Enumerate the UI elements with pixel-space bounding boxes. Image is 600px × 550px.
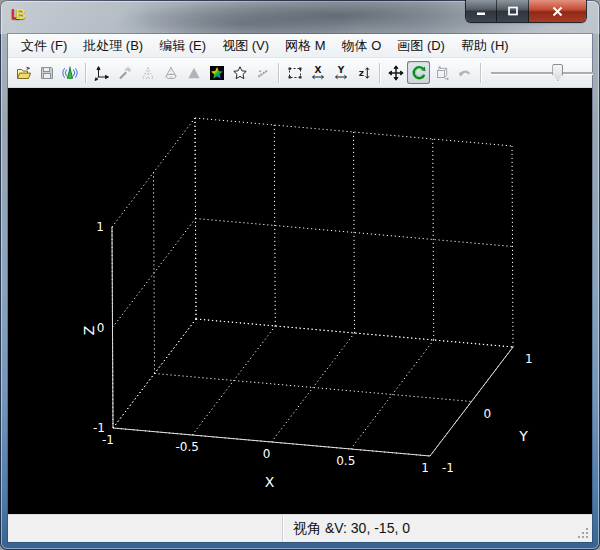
color-star-button[interactable] [205, 61, 228, 84]
close-button[interactable] [529, 0, 586, 22]
scatter-points-button [251, 61, 274, 84]
plot-canvas[interactable]: -1-0.500.51-101-101XYZ [8, 88, 592, 514]
app-icon-letter-b: B [16, 6, 22, 22]
y-tick-label: -1 [442, 461, 454, 475]
axes-3d-button[interactable] [90, 61, 113, 84]
app-window: LB 文件 (F)批处理 (B)编辑 (E)视图 (V)网格 M物体 O画图 (… [0, 0, 600, 550]
toolbar: XYz [8, 58, 592, 88]
maximize-button[interactable] [497, 0, 529, 22]
client-area: 文件 (F)批处理 (B)编辑 (E)视图 (V)网格 M物体 O画图 (D)帮… [8, 34, 592, 542]
svg-text:z: z [358, 68, 363, 78]
grid-line [354, 132, 355, 333]
toolbar-separator [379, 63, 380, 83]
minimize-icon [475, 6, 487, 16]
maximize-icon [507, 6, 519, 16]
menu-item-help[interactable]: 帮助 (H) [453, 34, 517, 58]
grid-line [192, 326, 275, 435]
open-file-icon [16, 65, 32, 81]
grid-line [113, 219, 196, 328]
select-rect-button[interactable] [283, 61, 306, 84]
x-axis-label: X [265, 474, 275, 490]
open-file-button[interactable] [12, 61, 35, 84]
zoom-slider-thumb[interactable] [552, 64, 563, 81]
pan-button[interactable] [384, 61, 407, 84]
zoom-slider-track[interactable] [491, 72, 593, 74]
star-outline-button[interactable] [228, 61, 251, 84]
status-pane-left [8, 515, 283, 542]
rotate-button[interactable] [407, 61, 430, 84]
app-icon: LB [11, 7, 22, 21]
svg-text:X: X [314, 65, 321, 75]
x-tick-label: 0.5 [336, 454, 355, 468]
axis-line [430, 347, 513, 456]
move-x-button[interactable]: X [306, 61, 329, 84]
save-icon [39, 65, 55, 81]
box-transform-button [430, 61, 453, 84]
x-tick-label: 0 [263, 447, 271, 461]
solid-cone-icon [186, 65, 202, 81]
antenna-button[interactable] [58, 61, 81, 84]
toolbar-separator [278, 63, 279, 83]
menu-item-grid[interactable]: 网格 M [277, 34, 333, 58]
x-tick-label: -1 [102, 433, 114, 447]
grid-line [351, 340, 434, 449]
zoom-slider[interactable] [491, 61, 593, 84]
move-z-icon: z [356, 65, 372, 81]
grid-line [112, 118, 195, 227]
point-cloud-button [136, 61, 159, 84]
y-tick-label: 1 [525, 352, 533, 366]
y-axis-label: Y [518, 428, 528, 444]
rotate-3d-icon [411, 65, 427, 81]
menu-item-draw[interactable]: 画图 (D) [389, 34, 453, 58]
menu-item-batch[interactable]: 批处理 (B) [75, 34, 151, 58]
box-transform-icon [434, 65, 450, 81]
scatter-points-icon [255, 65, 271, 81]
z-axis-label: Z [81, 326, 97, 336]
toolbar-separator [85, 63, 86, 83]
caption-button-group [466, 0, 586, 22]
axis-line [113, 428, 430, 456]
z-tick-label: -1 [93, 421, 105, 435]
magic-wand-icon [117, 65, 133, 81]
grid-line [113, 319, 196, 428]
antenna-icon [62, 65, 78, 81]
menu-item-view[interactable]: 视图 (V) [214, 34, 277, 58]
status-bar: 视角 &V: 30, -15, 0 [8, 514, 592, 542]
undo-button [453, 61, 476, 84]
magic-wand-button [113, 61, 136, 84]
close-icon [551, 6, 564, 17]
toolbar-separator [480, 63, 481, 83]
axis-line [112, 227, 113, 428]
x-tick-label: 1 [421, 461, 429, 475]
menu-bar: 文件 (F)批处理 (B)编辑 (E)视图 (V)网格 M物体 O画图 (D)帮… [8, 34, 592, 58]
menu-item-object[interactable]: 物体 O [334, 34, 390, 58]
z-tick-label: 0 [97, 321, 105, 335]
title-bar[interactable]: LB [0, 0, 600, 34]
wireframe-cone-icon [163, 65, 179, 81]
color-star-icon [209, 65, 225, 81]
save-button [35, 61, 58, 84]
resize-grip-icon[interactable] [577, 527, 589, 539]
grid-line [433, 139, 434, 340]
undo-icon [457, 65, 473, 81]
menu-item-file[interactable]: 文件 (F) [13, 34, 75, 58]
wireframe-3d-plot[interactable]: -1-0.500.51-101-101XYZ [8, 88, 592, 514]
star-outline-icon [232, 65, 248, 81]
select-rect-icon [287, 65, 303, 81]
axes-3d-icon [94, 65, 110, 81]
grid-line [272, 333, 355, 442]
status-view-angle: 视角 &V: 30, -15, 0 [283, 515, 410, 542]
x-tick-label: -0.5 [176, 440, 199, 454]
z-tick-label: 1 [96, 220, 104, 234]
wireframe-cone-button [159, 61, 182, 84]
move-z-button[interactable]: z [352, 61, 375, 84]
svg-text:Y: Y [336, 65, 344, 75]
move-x-icon: X [310, 65, 326, 81]
move-y-icon: Y [333, 65, 349, 81]
point-cloud-cone-icon [140, 65, 156, 81]
solid-cone-button [182, 61, 205, 84]
grid-line [274, 125, 275, 326]
move-y-button[interactable]: Y [329, 61, 352, 84]
minimize-button[interactable] [466, 0, 497, 22]
menu-item-edit[interactable]: 编辑 (E) [151, 34, 214, 58]
